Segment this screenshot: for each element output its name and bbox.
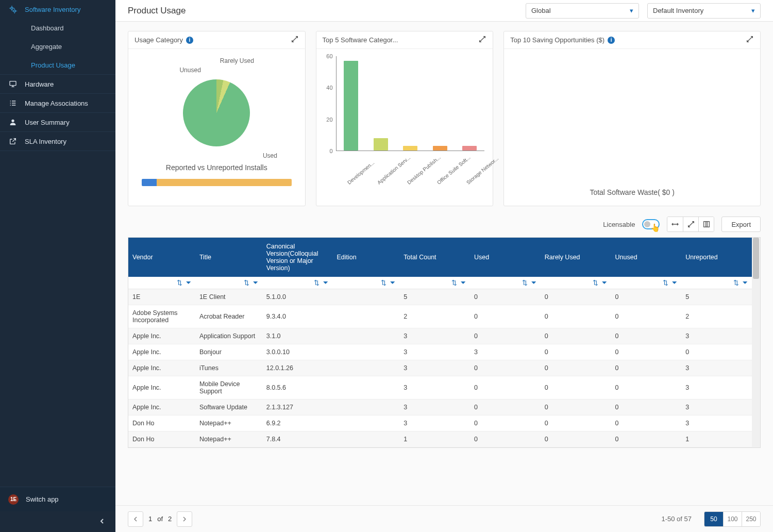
page-range: 1-50 of 57: [661, 515, 692, 523]
svg-point-0: [11, 7, 13, 9]
page-size-50[interactable]: 50: [704, 512, 723, 526]
waste-total: Total Software Waste( $0 ): [504, 188, 760, 196]
reported-vs-unreported-bar[interactable]: [142, 179, 292, 186]
page-size-selector: 50 100 250: [704, 511, 761, 527]
col-version[interactable]: Canonical Version(Colloquial Version or …: [262, 238, 333, 277]
table-row[interactable]: Apple Inc.Mobile Device Support8.0.5.630…: [128, 376, 752, 400]
monitor-icon: [8, 79, 18, 89]
next-page-button[interactable]: [177, 511, 192, 527]
scope-select[interactable]: Global ▾: [526, 3, 639, 19]
usage-pie-chart[interactable]: [183, 79, 250, 146]
sidebar: Software Inventory Dashboard Aggregate P…: [0, 0, 115, 532]
filter-icon[interactable]: ⏷: [186, 279, 192, 287]
sort-icon[interactable]: ⇅: [177, 279, 182, 287]
filter-icon[interactable]: ⏷: [531, 279, 537, 287]
col-used[interactable]: Used: [470, 238, 541, 277]
fullscreen-button[interactable]: [683, 217, 698, 231]
svg-rect-2: [10, 81, 16, 86]
col-edition[interactable]: Edition: [332, 238, 399, 277]
pie-label-unused: Unused: [179, 66, 200, 74]
bar[interactable]: [374, 138, 388, 151]
table-row[interactable]: Apple Inc.Application Support3.1.030003: [128, 328, 752, 344]
sort-icon[interactable]: ⇅: [522, 279, 528, 287]
chevron-down-icon: ▾: [751, 7, 755, 14]
svg-point-3: [11, 120, 14, 122]
col-unreported[interactable]: Unreported: [681, 238, 752, 277]
filter-icon[interactable]: ⏷: [742, 279, 749, 287]
chevron-down-icon: ▾: [630, 7, 633, 14]
sort-icon[interactable]: ⇅: [593, 279, 598, 287]
col-total[interactable]: Total Count: [399, 238, 470, 277]
fit-width-button[interactable]: [667, 217, 683, 231]
col-unused[interactable]: Unused: [611, 238, 682, 277]
table-scrollbar[interactable]: [752, 238, 760, 447]
pie-label-used: Used: [263, 152, 277, 159]
bar[interactable]: [462, 146, 477, 151]
card-title: Top 10 Saving Opportunities ($): [510, 36, 604, 44]
bar[interactable]: [344, 61, 358, 151]
sidebar-item-aggregate[interactable]: Aggregate: [0, 37, 115, 56]
sort-icon[interactable]: ⇅: [244, 279, 249, 287]
info-icon[interactable]: i: [186, 37, 193, 44]
table-row[interactable]: Don HoNotepad++7.8.410001: [128, 431, 752, 447]
filter-icon[interactable]: ⏷: [253, 279, 259, 287]
page-size-100[interactable]: 100: [723, 512, 742, 526]
sidebar-item-product-usage[interactable]: Product Usage: [0, 56, 115, 74]
filter-icon[interactable]: ⏷: [323, 279, 329, 287]
table-view-buttons: [667, 217, 714, 232]
table-row[interactable]: Apple Inc.Software Update2.1.3.12730003: [128, 400, 752, 415]
svg-point-1: [13, 10, 15, 12]
sort-icon[interactable]: ⇅: [314, 279, 320, 287]
card-subtitle: Reported vs Unreported Installs: [132, 163, 301, 172]
sort-icon[interactable]: ⇅: [451, 279, 457, 287]
sidebar-item-software-inventory[interactable]: Software Inventory: [0, 0, 115, 19]
switch-app-button[interactable]: 1E Switch app: [0, 487, 115, 511]
filter-icon[interactable]: ⏷: [601, 279, 608, 287]
expand-icon[interactable]: [291, 35, 299, 45]
sidebar-item-user-summary[interactable]: User Summary: [0, 113, 115, 131]
chevron-left-icon: [98, 517, 106, 527]
external-link-icon: [8, 137, 18, 146]
col-vendor[interactable]: Vendor: [128, 238, 195, 277]
pie-label-rarely: Rarely Used: [220, 57, 254, 64]
licensable-label: Licensable: [603, 221, 635, 228]
filter-icon[interactable]: ⏷: [460, 279, 467, 287]
sidebar-item-manage-associations[interactable]: Manage Associations: [0, 94, 115, 112]
card-usage-category: Usage Category i Rarely Used Unused Used…: [128, 31, 306, 206]
col-title[interactable]: Title: [195, 238, 262, 277]
table-row[interactable]: 1E1E Client5.1.0.050005: [128, 289, 752, 305]
sort-icon[interactable]: ⇅: [663, 279, 668, 287]
sort-icon[interactable]: ⇅: [733, 279, 739, 287]
svg-rect-4: [704, 222, 710, 227]
sort-icon[interactable]: ⇅: [381, 279, 386, 287]
page-size-250[interactable]: 250: [742, 512, 760, 526]
info-icon[interactable]: i: [608, 37, 615, 44]
table-row[interactable]: Don HoNotepad++6.9.230003: [128, 415, 752, 431]
sidebar-item-sla-inventory[interactable]: SLA Inventory: [0, 132, 115, 151]
top5-bar-chart[interactable]: 0204060 Developmen...Application Serv...…: [321, 53, 489, 172]
columns-button[interactable]: [698, 217, 714, 231]
prev-page-button[interactable]: [128, 511, 143, 527]
filter-icon[interactable]: ⏷: [390, 279, 396, 287]
bar[interactable]: [403, 146, 417, 151]
sidebar-item-dashboard[interactable]: Dashboard: [0, 19, 115, 37]
filter-icon[interactable]: ⏷: [671, 279, 678, 287]
inventory-select[interactable]: Default Inventory ▾: [647, 3, 761, 19]
table-row[interactable]: Adobe Systems IncorporatedAcrobat Reader…: [128, 305, 752, 328]
table-row[interactable]: Apple Inc.iTunes12.0.1.2630003: [128, 360, 752, 376]
table-row[interactable]: Apple Inc.Bonjour3.0.0.1033000: [128, 344, 752, 360]
export-button[interactable]: Export: [721, 217, 761, 232]
sidebar-item-hardware[interactable]: Hardware: [0, 75, 115, 93]
expand-icon[interactable]: [478, 35, 486, 45]
bar[interactable]: [433, 146, 447, 151]
licensable-toggle[interactable]: 👆: [642, 219, 660, 229]
card-top10-savings: Top 10 Saving Opportunities ($) i Total …: [503, 31, 761, 206]
page-header: Product Usage Global ▾ Default Inventory…: [115, 0, 773, 22]
total-pages: 2: [168, 515, 172, 523]
list-icon: [8, 98, 18, 108]
card-title: Top 5 Software Categor...: [323, 36, 398, 44]
user-icon: [8, 118, 18, 127]
collapse-sidebar-button[interactable]: [0, 511, 115, 532]
col-rarely[interactable]: Rarely Used: [541, 238, 611, 277]
expand-icon[interactable]: [746, 35, 754, 45]
